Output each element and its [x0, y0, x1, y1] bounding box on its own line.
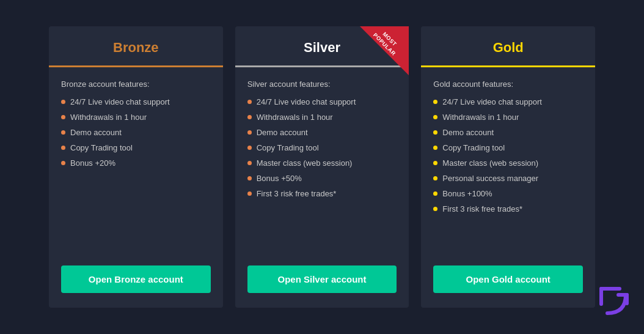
brand-logo [595, 283, 632, 319]
open-silver-button[interactable]: Open Silver account [247, 265, 397, 293]
bullet-icon [247, 115, 252, 119]
list-item: Demo account [61, 128, 211, 137]
list-item: 24/7 Live video chat support [61, 97, 211, 106]
pricing-cards: Bronze Bronze account features: 24/7 Liv… [0, 2, 644, 332]
bronze-title: Bronze [113, 40, 159, 55]
bullet-icon [61, 161, 65, 165]
bullet-icon [61, 115, 65, 119]
logo-container [595, 283, 632, 322]
bullet-icon [247, 176, 252, 180]
open-gold-button[interactable]: Open Gold account [433, 265, 583, 293]
list-item: Bonus +100% [433, 189, 583, 198]
list-item: Bonus +20% [61, 158, 211, 168]
list-item: Copy Trading tool [433, 143, 583, 152]
silver-card-body: Silver account features: 24/7 Live video… [235, 67, 409, 256]
bullet-icon [247, 100, 252, 104]
bullet-icon [247, 161, 252, 165]
bullet-icon [433, 191, 437, 196]
list-item: 24/7 Live video chat support [433, 97, 583, 106]
silver-card-footer: Open Silver account [235, 256, 409, 308]
gold-features-list: 24/7 Live video chat support Withdrawals… [433, 97, 583, 213]
gold-features-heading: Gold account features: [433, 80, 583, 89]
list-item: Demo account [433, 128, 583, 137]
bullet-icon [61, 130, 65, 135]
open-bronze-button[interactable]: Open Bronze account [61, 265, 211, 293]
bullet-icon [433, 130, 437, 135]
silver-card: MOSTPOPULAR Silver Silver account featur… [235, 26, 409, 308]
bronze-features-heading: Bronze account features: [61, 80, 211, 89]
bullet-icon [247, 130, 252, 135]
list-item: Withdrawals in 1 hour [61, 113, 211, 122]
list-item: Bonus +50% [247, 174, 397, 183]
bullet-icon [433, 115, 437, 119]
bronze-features-list: 24/7 Live video chat support Withdrawals… [61, 97, 211, 168]
bronze-card-footer: Open Bronze account [49, 256, 223, 308]
list-item: First 3 risk free trades* [247, 189, 397, 198]
bronze-card: Bronze Bronze account features: 24/7 Liv… [49, 26, 223, 308]
bullet-icon [433, 176, 437, 180]
list-item: Personal success manager [433, 174, 583, 183]
silver-card-header: Silver [235, 26, 409, 65]
bullet-icon [247, 146, 252, 150]
gold-card: Gold Gold account features: 24/7 Live vi… [421, 26, 595, 308]
silver-features-heading: Silver account features: [247, 80, 397, 89]
list-item: Copy Trading tool [61, 143, 211, 152]
bullet-icon [433, 161, 437, 165]
list-item: First 3 risk free trades* [433, 204, 583, 213]
list-item: 24/7 Live video chat support [247, 97, 397, 106]
list-item: Copy Trading tool [247, 143, 397, 152]
bullet-icon [247, 191, 252, 196]
bullet-icon [433, 146, 437, 150]
list-item: Demo account [247, 128, 397, 137]
gold-card-body: Gold account features: 24/7 Live video c… [421, 67, 595, 256]
gold-card-footer: Open Gold account [421, 256, 595, 308]
gold-card-header: Gold [421, 26, 595, 65]
bronze-card-body: Bronze account features: 24/7 Live video… [49, 67, 223, 256]
list-item: Master class (web session) [433, 158, 583, 168]
silver-title: Silver [304, 40, 340, 55]
bullet-icon [61, 146, 65, 150]
silver-features-list: 24/7 Live video chat support Withdrawals… [247, 97, 397, 198]
list-item: Master class (web session) [247, 158, 397, 168]
bronze-card-header: Bronze [49, 26, 223, 65]
gold-title: Gold [493, 40, 524, 55]
list-item: Withdrawals in 1 hour [433, 113, 583, 122]
bullet-icon [61, 100, 65, 104]
bullet-icon [433, 100, 437, 104]
list-item: Withdrawals in 1 hour [247, 113, 397, 122]
bullet-icon [433, 207, 437, 211]
